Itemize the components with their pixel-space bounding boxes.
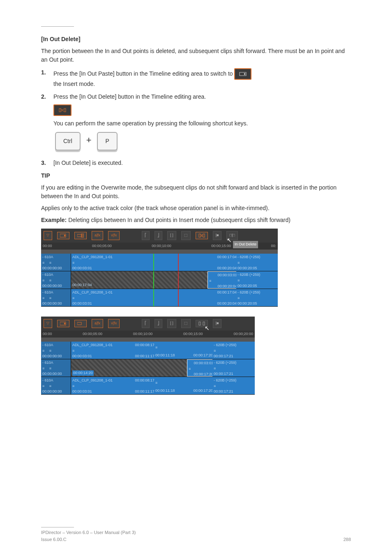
tool-afx-icon[interactable]: a|fx xyxy=(92,231,103,240)
clip-tc: 00:00:03:01 xyxy=(72,354,92,359)
tool-markout-icon[interactable]: ⎦ xyxy=(154,319,162,328)
tip-label: TIP xyxy=(41,172,50,179)
track-name: - 610A xyxy=(42,360,69,366)
clip-name: - 620B (+259) xyxy=(214,378,254,384)
out-marker xyxy=(178,289,179,306)
track-2-header[interactable]: - 610A ≡ ≡ 00:00:00:00 xyxy=(41,271,71,289)
clip-b[interactable]: - 620B (+259)≡ 00:00:20:05 xyxy=(236,271,278,289)
ruler-t2: 00:00;10:00 xyxy=(152,243,171,249)
clip-b[interactable]: - 620B (+259) ≡ 00:00:20:05 xyxy=(236,254,278,271)
clip-overlay[interactable]: 00:00:03:01 ≡ 00:00:20:04 xyxy=(208,271,239,289)
tool-cut-icon[interactable]: |■ xyxy=(213,319,222,328)
clip-a[interactable]: ADL_CLP_091208_1-0100:00:08:17 ≡ 00:00:0… xyxy=(71,377,156,394)
tool-afx-icon[interactable]: a|fx xyxy=(92,319,103,328)
tool-expand-icon[interactable]: ▽ xyxy=(44,231,52,240)
clip-stripe[interactable]: 00:00:17:04 xyxy=(71,271,209,289)
after-track-header[interactable]: - 610A ≡ ≡ 00:00:00:00 xyxy=(41,342,71,359)
clip-tc: 00:00:17:20 xyxy=(193,353,213,358)
clip-name: ADL_CLP_091208_1-01 xyxy=(72,290,113,296)
tool-brackets-icon[interactable]: [ ] xyxy=(167,231,176,240)
track-3-header[interactable]: - 610A ≡ ≡ 00:00:00:00 xyxy=(41,289,71,306)
cursor-icon: ↖ xyxy=(205,324,210,333)
tool-insert-icon[interactable] xyxy=(57,320,69,327)
svg-rect-1 xyxy=(59,109,61,112)
ruler-t1: 00:00;05:00 xyxy=(92,243,112,249)
track-1-header[interactable]: - 610A ≡ ≡ 00:00:00:00 xyxy=(41,254,71,271)
clip-stripe[interactable]: 00:00:14:20 xyxy=(71,359,189,377)
tool-overwrite-icon[interactable] xyxy=(74,320,87,327)
step-2-alt: You can perform the same operation by pr… xyxy=(53,119,351,128)
tool-expand-icon[interactable]: ▽ xyxy=(44,319,52,328)
clip-tc: 00:00:03:01 xyxy=(189,361,213,366)
tool-cut-icon[interactable]: |■ xyxy=(213,231,222,240)
in-out-delete-icon xyxy=(53,104,71,116)
footer-page: 288 xyxy=(344,536,351,543)
tool-insert-icon[interactable] xyxy=(57,232,69,239)
clip-name: - 620B (+259) xyxy=(214,360,254,366)
plus-sign: + xyxy=(86,135,92,145)
clip-main[interactable]: ADL_CLP_091208_1-0100:00:17:04 ≡ 00:00:0… xyxy=(71,254,238,271)
tool-vfx-icon[interactable]: v|fx xyxy=(108,319,120,328)
out-marker xyxy=(178,254,179,271)
clip-b[interactable]: - 620B (+259)≡ 00:00:17:21 xyxy=(212,359,255,377)
clip-b[interactable]: - 620B (+259)≡ 00:00:20:05 xyxy=(236,289,278,306)
clip-main[interactable]: ADL_CLP_091208_1-0100:00:17:04 ≡ 00:00:0… xyxy=(71,289,238,306)
clip-tc: 00:00:17:20 xyxy=(193,388,213,394)
tool-markout-icon[interactable]: ⎦ xyxy=(154,231,162,240)
track-name: - 610A xyxy=(42,342,69,348)
clip-name: ADL_CLP_091208_1-01 xyxy=(72,254,113,260)
clip-tc: 00:00:17:21 xyxy=(214,354,254,359)
svg-rect-13 xyxy=(77,322,81,325)
clip-start: 00:00:03:01 xyxy=(72,301,92,306)
clip-name: ADL_CLP_091208_1-01 xyxy=(72,378,113,384)
clip-overlay[interactable]: 00:00:03:01 ≡ 00:00:17:20 xyxy=(187,359,215,377)
clip-start: 00:00:03:01 xyxy=(72,266,92,271)
tool-markin-icon[interactable]: ⎡ xyxy=(142,319,150,328)
step-3: 3. [In Out Delete] is executed. xyxy=(41,159,351,167)
tool-dashed-icon[interactable]: ⬚ xyxy=(181,231,191,240)
track-name: - 610A xyxy=(42,255,53,259)
track-name: - 610A xyxy=(42,290,69,296)
clip-a[interactable]: ADL_CLP_091208_1-0100:00:08:17 ≡ 00:00:0… xyxy=(71,342,156,359)
footer-issue: Issue 6.00.C xyxy=(41,536,136,543)
tool-brackets-icon[interactable]: [ ] xyxy=(167,319,176,328)
clip-tc: 00:00:11:18 xyxy=(155,353,175,358)
ruler-t: 00:00 xyxy=(43,331,52,337)
tip-text: If you are editing in the Overwrite mode… xyxy=(41,183,351,201)
footer-left: IPDirector – Version 6.0 – User Manual (… xyxy=(41,529,136,536)
clip-end: 00:00:17:04 xyxy=(217,254,237,260)
key-ctrl: Ctrl xyxy=(55,132,81,150)
clip-b[interactable]: - 620B (+259)≡ 00:00:17:21 xyxy=(212,377,255,394)
after-track-header[interactable]: - 610A ≡ ≡ 00:00:00:00 xyxy=(41,359,71,377)
tool-overwrite-icon[interactable] xyxy=(74,232,87,239)
svg-rect-2 xyxy=(64,109,66,112)
tool-markin-icon[interactable]: ⎡ xyxy=(142,231,150,240)
svg-rect-6 xyxy=(77,234,81,237)
ruler-after: 00:00 00:00;05:00 00:00;10:00 00:00;15:0… xyxy=(41,331,255,339)
clip-out: 00:00:20:04 xyxy=(217,301,237,306)
intro-text: The portion between the In and Out point… xyxy=(41,47,351,64)
clip-gap[interactable]: ≡ 00:00:11:1800:00:17:20 xyxy=(154,342,214,359)
after-track-2: - 610A ≡ ≡ 00:00:00:00 00:00:14:20 00:00… xyxy=(41,359,255,377)
clip-b[interactable]: - 620B (+259)≡ 00:00:17:21 xyxy=(212,342,255,359)
track-2: - 610A ≡ ≡ 00:00:00:00 00:00:17:04 00:00… xyxy=(41,271,278,289)
tool-vfx-icon[interactable]: v|fx xyxy=(108,231,120,240)
timeline-after: ▽ a|fx v|fx ⎡ ⎦ [ ] ⬚ |■ ↖ 00:00 00:00;0… xyxy=(41,317,255,395)
footer: IPDirector – Version 6.0 – User Manual (… xyxy=(41,525,351,543)
svg-rect-9 xyxy=(203,234,205,237)
tooltip-label: In Out Delete xyxy=(233,241,258,248)
tool-dashed-icon[interactable]: ⬚ xyxy=(181,319,191,328)
track-tc: 00:00:00:00 xyxy=(42,266,69,271)
after-track-header[interactable]: - 610A ≡ ≡ 00:00:00:00 xyxy=(41,377,71,394)
track-tc: 00:00:00:00 xyxy=(42,371,69,377)
clip-tc: 00:00:03:01 xyxy=(209,273,237,278)
clip-name: - 620B (+259) xyxy=(238,290,277,296)
clip-tc: 00:00:08:17 xyxy=(135,342,154,348)
tip: TIP xyxy=(41,171,351,180)
clip-tc: 00:00:03:01 xyxy=(72,389,92,394)
clip-tc: 00:00:14:20 xyxy=(72,370,94,376)
clip-gap[interactable]: ≡ 00:00:11:1800:00:17:20 xyxy=(154,377,214,394)
tool-delete-icon[interactable] xyxy=(196,232,208,239)
track-note: Applies only to the active track color (… xyxy=(41,204,351,213)
step-3-number: 3. xyxy=(41,159,48,167)
